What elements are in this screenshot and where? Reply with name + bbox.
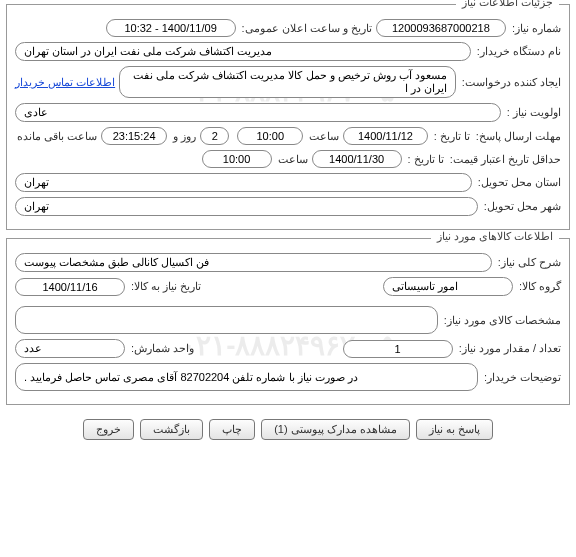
product-group-label: گروه کالا: <box>517 280 561 293</box>
button-bar: پاسخ به نیاز مشاهده مدارک پیوستی (1) چاپ… <box>0 413 576 446</box>
remaining-days-field: 2 <box>200 127 229 145</box>
announce-datetime-label: تاریخ و ساعت اعلان عمومی: <box>240 22 372 35</box>
buyer-org-label: نام دستگاه خریدار: <box>475 45 561 58</box>
remaining-hours-label: ساعت باقی مانده <box>15 130 97 143</box>
exit-button[interactable]: خروج <box>83 419 134 440</box>
back-button[interactable]: بازگشت <box>140 419 203 440</box>
validity-time-label: ساعت <box>276 153 308 166</box>
needed-products-panel: اطلاعات کالاهای مورد نیاز ۰۲۱-۸۸۸۲۴۹۶۷۰-… <box>6 238 570 405</box>
validity-to-date-label: تا تاریخ : <box>406 153 444 166</box>
product-spec-label: مشخصات کالای مورد نیاز: <box>442 314 561 327</box>
need-date-label: تاریخ نیاز به کالا: <box>129 280 201 293</box>
panel1-title: جزئیات اطلاعات نیاز <box>456 0 559 9</box>
announce-datetime-field: 1400/11/09 - 10:32 <box>106 19 236 37</box>
buyer-notes-field: در صورت نیاز با شماره تلفن 82702204 آقای… <box>15 363 478 391</box>
deadline-time-field: 10:00 <box>237 127 303 145</box>
overall-desc-label: شرح کلی نیاز: <box>496 256 561 269</box>
delivery-city-field: تهران <box>15 197 478 216</box>
requester-label: ایجاد کننده درخواست: <box>460 76 561 89</box>
need-details-panel: جزئیات اطلاعات نیاز ۰۲۱-۸۸۸۲۴۹۶۷۰-۵ شمار… <box>6 4 570 230</box>
qty-field: 1 <box>343 340 453 358</box>
buyer-notes-label: توضیحات خریدار: <box>482 371 561 384</box>
deadline-to-date-label: تا تاریخ : <box>432 130 470 143</box>
delivery-state-field: تهران <box>15 173 472 192</box>
buyer-org-field: مدیریت اکتشاف شرکت ملی نفت ایران در استا… <box>15 42 471 61</box>
delivery-city-label: شهر محل تحویل: <box>482 200 561 213</box>
validity-time-field: 10:00 <box>202 150 272 168</box>
product-group-field: امور تاسیساتی <box>383 277 513 296</box>
print-button[interactable]: چاپ <box>209 419 255 440</box>
validity-date-field: 1400/11/30 <box>312 150 402 168</box>
priority-field: عادی <box>15 103 501 122</box>
overall-desc-field: فن اکسیال کانالی طبق مشخصات پیوست <box>15 253 492 272</box>
qty-label: تعداد / مقدار مورد نیاز: <box>457 342 561 355</box>
remaining-time-field: 23:15:24 <box>101 127 167 145</box>
respond-button[interactable]: پاسخ به نیاز <box>416 419 493 440</box>
days-and-label: روز و <box>171 130 196 143</box>
product-spec-field <box>15 306 438 334</box>
contact-info-link[interactable]: اطلاعات تماس خریدار <box>15 76 115 89</box>
deadline-label: مهلت ارسال پاسخ: <box>474 130 561 143</box>
requester-field: مسعود آب روش ترخیص و حمل کالا مدیریت اکت… <box>119 66 456 98</box>
need-date-field: 1400/11/16 <box>15 278 125 296</box>
attachments-button[interactable]: مشاهده مدارک پیوستی (1) <box>261 419 410 440</box>
priority-label: اولویت نیاز : <box>505 106 561 119</box>
deadline-date-field: 1400/11/12 <box>343 127 427 145</box>
request-number-label: شماره نیاز: <box>510 22 561 35</box>
validity-label: حداقل تاریخ اعتبار قیمت: <box>448 153 561 166</box>
panel2-title: اطلاعات کالاهای مورد نیاز <box>431 230 559 243</box>
unit-field: عدد <box>15 339 125 358</box>
deadline-time-label: ساعت <box>307 130 339 143</box>
delivery-state-label: استان محل تحویل: <box>476 176 561 189</box>
request-number-field: 1200093687000218 <box>376 19 506 37</box>
unit-label: واحد شمارش: <box>129 342 194 355</box>
